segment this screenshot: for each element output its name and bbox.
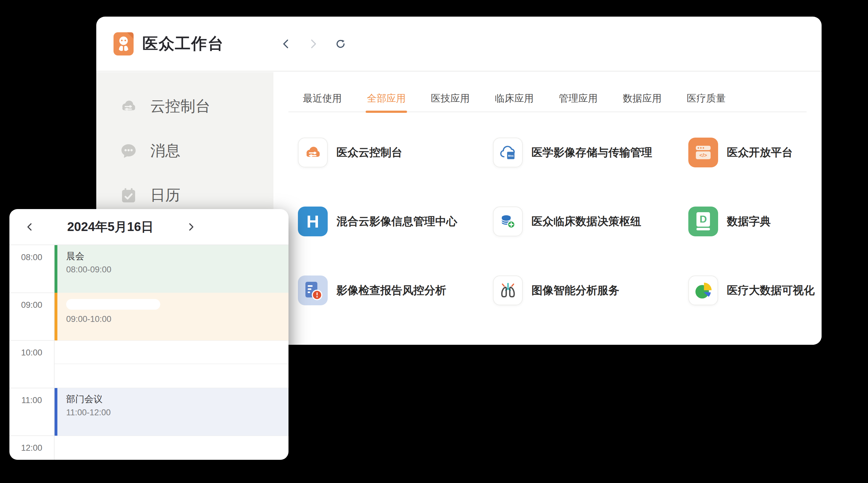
dictionary-book-icon: D (688, 206, 718, 236)
app-cloud-console[interactable]: 医众云控制台 (298, 138, 493, 167)
tab-clinical-apps[interactable]: 临床应用 (495, 92, 534, 111)
time-label: 12:00 (9, 436, 54, 453)
sidebar-item-label: 消息 (150, 141, 180, 161)
tab-medical-quality[interactable]: 医疗质量 (687, 92, 725, 111)
nav-controls (280, 17, 347, 71)
calendar-date-title: 2024年5月16日 (41, 218, 179, 235)
half-hour-gridline (55, 363, 288, 364)
app-label: 混合云影像信息管理中心 (337, 214, 457, 229)
sidebar-item-label: 日历 (150, 185, 180, 205)
code-badge-text: </> (699, 152, 707, 158)
back-button[interactable] (280, 38, 292, 50)
desktop: { "colors": { "brand_orange": "#EF8E52",… (0, 0, 868, 483)
app-imaging-storage[interactable]: Mos 医学影像存储与传输管理 (493, 138, 688, 167)
refresh-button[interactable] (334, 38, 347, 50)
event-time: 08:00-09:00 (66, 263, 288, 276)
calendar-event-untitled[interactable]: 09:00-10:00 (55, 293, 288, 341)
app-icon-frame: H (298, 206, 328, 236)
sidebar-item-label: 云控制台 (150, 96, 210, 116)
event-title: 晨会 (66, 250, 288, 263)
time-label: 08:00 (9, 245, 54, 262)
tab-bar: 最近使用 全部应用 医技应用 临床应用 管理应用 数据应用 医疗质量 (288, 92, 807, 112)
event-title: 部门会议 (66, 392, 288, 406)
pie-chart-icon (694, 281, 713, 300)
app-icon-frame: Mos (493, 138, 523, 167)
calendar-header: 2024年5月16日 (9, 209, 288, 245)
lungs-icon (499, 281, 518, 300)
app-label: 医疗大数据可视化 (727, 283, 815, 298)
app-icon-frame: D (688, 206, 718, 236)
tab-medtech-apps[interactable]: 医技应用 (431, 92, 470, 111)
calendar-icon (120, 186, 138, 204)
app-label: 图像智能分析服务 (531, 283, 619, 298)
report-warning-icon (298, 276, 328, 305)
app-icon-frame (298, 276, 328, 305)
calendar-prev-button[interactable] (25, 222, 35, 232)
app-label: 医众临床数据决策枢纽 (531, 214, 641, 229)
app-label: 影像检查报告风控分析 (337, 283, 446, 298)
cloud-settings-icon (304, 143, 322, 162)
calendar-event-department-meeting[interactable]: 部门会议 11:00-12:00 (55, 388, 288, 436)
window-header: 医众工作台 (96, 17, 822, 71)
cloud-mos-icon: Mos (499, 143, 518, 162)
app-big-data-visualization[interactable]: 医疗大数据可视化 (688, 276, 822, 305)
sidebar-item-cloud-console[interactable]: 云控制台 (96, 84, 274, 129)
app-logo-icon (114, 32, 133, 56)
database-plus-icon (499, 212, 518, 231)
forward-button[interactable] (307, 38, 319, 50)
time-label: 09:00 (9, 293, 54, 310)
app-label: 医众开放平台 (727, 145, 793, 160)
app-data-dictionary[interactable]: D 数据字典 (688, 206, 822, 236)
h-badge-text: H (306, 211, 319, 232)
app-report-risk-analysis[interactable]: 影像检查报告风控分析 (298, 276, 493, 305)
event-title-placeholder (66, 299, 160, 310)
app-icon-frame (298, 138, 328, 167)
app-grid: 医众云控制台 Mos 医学影像存储与传输管理 (298, 138, 822, 345)
app-label: 医学影像存储与传输管理 (531, 145, 652, 160)
cloud-settings-icon (120, 97, 138, 115)
tab-data-apps[interactable]: 数据应用 (623, 92, 662, 111)
app-hybrid-cloud-imaging[interactable]: H 混合云影像信息管理中心 (298, 206, 493, 236)
calendar-event-morning-meeting[interactable]: 晨会 08:00-09:00 (55, 245, 288, 293)
message-icon (120, 142, 138, 160)
mos-badge-text: Mos (508, 154, 514, 157)
sidebar-item-messages[interactable]: 消息 (96, 129, 274, 173)
app-icon-frame (493, 276, 523, 305)
calendar-body: 08:00 09:00 10:00 11:00 12:00 晨会 08:00-0… (9, 245, 288, 460)
tab-recent[interactable]: 最近使用 (303, 92, 342, 111)
tab-all-apps[interactable]: 全部应用 (367, 92, 406, 111)
app-clinical-data-hub[interactable]: 医众临床数据决策枢纽 (493, 206, 688, 236)
app-icon-frame: </> (688, 138, 718, 167)
content-area: 最近使用 全部应用 医技应用 临床应用 管理应用 数据应用 医疗质量 (274, 72, 822, 345)
calendar-next-button[interactable] (186, 222, 196, 232)
time-label: 11:00 (9, 388, 54, 405)
calendar-panel: 2024年5月16日 08:00 09:00 10:00 11:00 12:00… (9, 209, 288, 460)
time-label: 10:00 (9, 341, 54, 358)
event-time: 09:00-10:00 (66, 313, 288, 325)
app-open-platform[interactable]: </> 医众开放平台 (688, 138, 822, 167)
app-icon-frame (493, 206, 523, 236)
active-tab-underline (366, 110, 407, 113)
app-label: 数据字典 (727, 214, 771, 229)
d-badge-text: D (700, 214, 707, 225)
app-image-ai-analysis[interactable]: 图像智能分析服务 (493, 276, 688, 305)
app-label: 医众云控制台 (337, 145, 402, 160)
app-icon-frame (688, 276, 718, 305)
code-window-icon: </> (688, 138, 718, 167)
event-time: 11:00-12:00 (66, 406, 288, 419)
window-title: 医众工作台 (143, 33, 224, 54)
tab-management-apps[interactable]: 管理应用 (559, 92, 598, 111)
